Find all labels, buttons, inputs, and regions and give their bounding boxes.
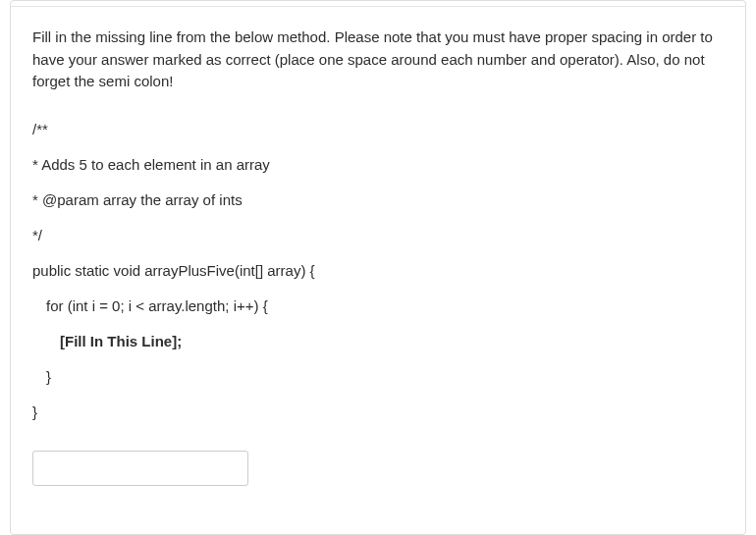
code-line-comment-param: * @param array the array of ints <box>32 191 724 209</box>
question-card: Fill in the missing line from the below … <box>10 0 746 535</box>
code-line-comment-desc: * Adds 5 to each element in an array <box>32 156 724 174</box>
code-line-close-brace-outer: } <box>32 403 724 421</box>
code-line-method-signature: public static void arrayPlusFive(int[] a… <box>32 262 724 280</box>
question-instructions: Fill in the missing line from the below … <box>32 27 724 93</box>
code-block: /** * Adds 5 to each element in an array… <box>32 121 724 421</box>
code-line-close-brace-inner: } <box>32 368 724 386</box>
answer-input-wrapper <box>32 451 724 486</box>
code-line-comment-open: /** <box>32 121 724 138</box>
code-line-for-loop: for (int i = 0; i < array.length; i++) { <box>32 297 724 315</box>
code-line-fill-placeholder: [Fill In This Line]; <box>32 333 724 350</box>
answer-input[interactable] <box>32 451 248 486</box>
code-line-comment-close: */ <box>32 227 724 244</box>
question-content: Fill in the missing line from the below … <box>11 7 745 506</box>
